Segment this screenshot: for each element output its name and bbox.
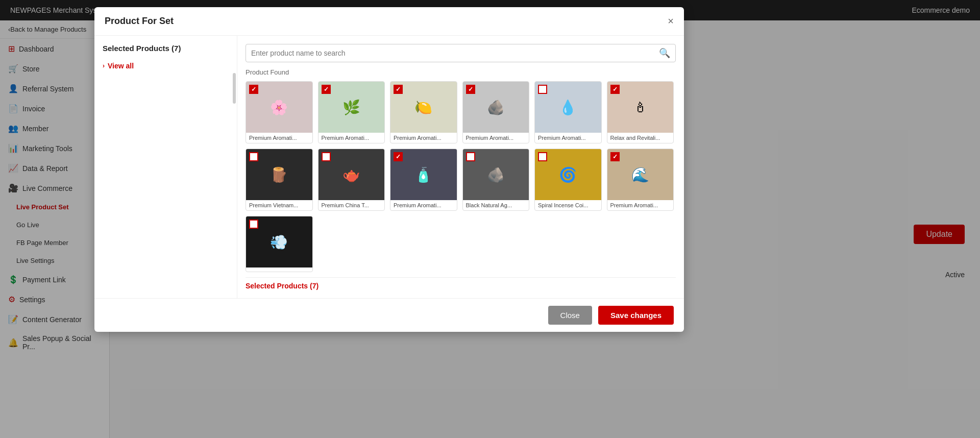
product-card-name: Premium Aromati... bbox=[318, 133, 385, 143]
product-card-name: Premium Aromati... bbox=[246, 133, 312, 143]
product-card-name: Spiral Incense Coi... bbox=[535, 200, 601, 210]
product-card-name bbox=[246, 267, 312, 272]
product-card[interactable]: 🌿Premium Aromati... bbox=[318, 81, 385, 143]
product-checkbox[interactable] bbox=[322, 85, 331, 94]
product-checkbox[interactable] bbox=[610, 152, 620, 161]
product-card[interactable]: 🕯Relax and Revitali... bbox=[607, 81, 674, 143]
product-card-name: Premium Aromati... bbox=[607, 200, 674, 210]
left-panel-title: Selected Products (7) bbox=[94, 44, 237, 59]
left-panel: Selected Products (7) › View all bbox=[94, 36, 237, 298]
modal-product-for-set: Product For Set × Selected Products (7) … bbox=[94, 7, 684, 332]
product-checkbox[interactable] bbox=[466, 85, 475, 94]
product-card[interactable]: 🪨Premium Aromati... bbox=[462, 81, 530, 143]
product-checkbox[interactable] bbox=[538, 152, 547, 161]
modal-title: Product For Set bbox=[105, 16, 174, 27]
modal-footer: Close Save changes bbox=[94, 298, 684, 332]
right-panel: 🔍 Product Found 🌸Premium Aromati...🌿Prem… bbox=[237, 36, 684, 298]
product-grid: 🌸Premium Aromati...🌿Premium Aromati...🍋P… bbox=[246, 81, 676, 272]
search-bar: 🔍 bbox=[246, 44, 676, 62]
view-all-button[interactable]: › View all bbox=[94, 59, 237, 73]
modal-body: Selected Products (7) › View all 🔍 Produ… bbox=[94, 36, 684, 298]
product-checkbox[interactable] bbox=[538, 85, 547, 94]
scroll-thumb bbox=[233, 73, 236, 104]
product-checkbox[interactable] bbox=[466, 152, 475, 161]
product-checkbox[interactable] bbox=[610, 85, 620, 94]
product-card[interactable]: 💨 bbox=[246, 216, 313, 272]
product-card-name: Premium Aromati... bbox=[535, 133, 601, 143]
search-input[interactable] bbox=[251, 49, 659, 57]
product-card-name: Premium China T... bbox=[318, 200, 385, 210]
product-card[interactable]: 🫖Premium China T... bbox=[318, 149, 385, 211]
product-checkbox[interactable] bbox=[249, 152, 258, 161]
product-card[interactable]: 🍋Premium Aromati... bbox=[390, 81, 457, 143]
product-card-name: Black Natural Ag... bbox=[463, 200, 529, 210]
product-card[interactable]: 💧Premium Aromati... bbox=[534, 81, 602, 143]
product-card[interactable]: 🪨Black Natural Ag... bbox=[462, 149, 530, 211]
product-checkbox[interactable] bbox=[249, 220, 258, 229]
product-card[interactable]: 🌀Spiral Incense Coi... bbox=[534, 149, 602, 211]
view-all-label: View all bbox=[108, 62, 134, 70]
selected-products-footer: Selected Products (7) bbox=[246, 277, 676, 290]
product-checkbox[interactable] bbox=[322, 152, 331, 161]
product-card-name: Premium Aromati... bbox=[390, 200, 457, 210]
close-button[interactable]: Close bbox=[548, 306, 592, 325]
product-checkbox[interactable] bbox=[394, 85, 403, 94]
chevron-right-icon: › bbox=[103, 62, 105, 69]
modal-header: Product For Set × bbox=[94, 7, 684, 36]
product-card[interactable]: 🪵Premium Vietnam... bbox=[246, 149, 313, 211]
search-icon: 🔍 bbox=[659, 47, 670, 59]
product-card[interactable]: 🌊Premium Aromati... bbox=[607, 149, 674, 211]
product-card-name: Premium Vietnam... bbox=[246, 200, 312, 210]
left-scroll-area[interactable] bbox=[94, 73, 237, 290]
product-checkbox[interactable] bbox=[249, 85, 258, 94]
product-card-name: Premium Aromati... bbox=[463, 133, 529, 143]
product-found-label: Product Found bbox=[246, 68, 676, 76]
product-card-name: Relax and Revitali... bbox=[607, 133, 674, 143]
modal-close-button[interactable]: × bbox=[668, 15, 674, 27]
product-card[interactable]: 🌸Premium Aromati... bbox=[246, 81, 313, 143]
product-card[interactable]: 🧴Premium Aromati... bbox=[390, 149, 457, 211]
save-changes-button[interactable]: Save changes bbox=[598, 306, 674, 325]
product-checkbox[interactable] bbox=[394, 152, 403, 161]
product-card-name: Premium Aromati... bbox=[390, 133, 457, 143]
